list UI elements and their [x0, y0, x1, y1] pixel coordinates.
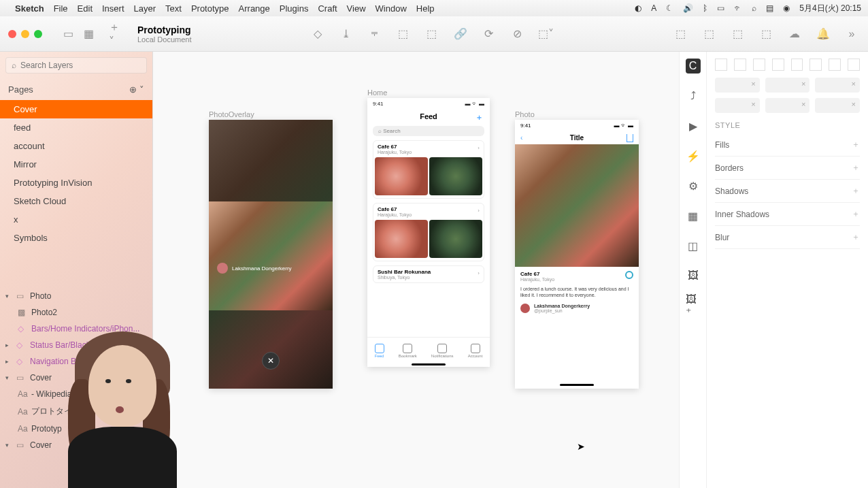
layer-row[interactable]: AaPrototyp [0, 421, 152, 437]
scale-icon[interactable]: ⬚˅ [538, 26, 554, 42]
wifi-icon[interactable]: ᯤ [734, 3, 742, 13]
menu-prototype[interactable]: Prototype [191, 3, 229, 14]
window-maximize-button[interactable] [34, 30, 42, 38]
page-item-cover[interactable]: Cover [0, 100, 152, 118]
artboard-label[interactable]: Photo [515, 110, 535, 118]
grid-icon[interactable]: ▦ [686, 208, 701, 223]
layer-row[interactable]: ▾▭Cover [0, 437, 152, 453]
menu-edit[interactable]: Edit [78, 3, 93, 14]
bolt-icon[interactable]: ⚡ [686, 148, 701, 163]
artboard-photo[interactable]: 9:41▬ ᯤ ▬ ‹Title Cafe 67Harajuku, Tokyo … [515, 120, 639, 389]
document-title-area[interactable]: Prototyping Local Document [137, 25, 192, 44]
layer-row[interactable]: ▸◇Status Bar/Black/100% [0, 337, 152, 353]
window-close-button[interactable] [8, 30, 16, 38]
layer-row[interactable]: Aa- Wikipedia [0, 386, 152, 402]
menu-file[interactable]: File [54, 3, 68, 14]
page-item-mirror[interactable]: Mirror [0, 155, 152, 174]
dim-field[interactable] [715, 78, 760, 93]
artboard-label[interactable]: Home [367, 88, 387, 97]
add-border-icon[interactable]: ＋ [852, 162, 860, 174]
volume-icon[interactable]: 🔊 [683, 3, 693, 13]
artboard-photooverlay[interactable]: Lakshmana Dongerkerry ✕ [209, 120, 333, 389]
menu-window[interactable]: Window [375, 3, 407, 14]
difference-icon[interactable]: ⬚ [758, 26, 774, 42]
keyboard-icon[interactable]: A [651, 3, 656, 13]
page-item-account[interactable]: account [0, 137, 152, 155]
page-item-cloud[interactable]: Sketch Cloud [0, 192, 152, 210]
add-fill-icon[interactable]: ＋ [852, 139, 860, 150]
union-icon[interactable]: ⬚ [672, 26, 688, 42]
layer-row[interactable]: ▩Photo2 [0, 304, 152, 321]
insert-button[interactable]: ＋ ˅ [109, 26, 125, 42]
mask-icon[interactable]: ⊘ [510, 26, 526, 42]
siri-icon[interactable]: ◉ [783, 3, 790, 13]
app-name[interactable]: Sketch [15, 3, 44, 14]
layer-row[interactable]: ▾▭Photo [0, 288, 152, 304]
dnd-icon[interactable]: ☾ [666, 3, 673, 13]
play-icon[interactable]: ▶ [686, 118, 701, 133]
menu-help[interactable]: Help [416, 3, 435, 14]
fills-row[interactable]: Fills＋ [715, 133, 860, 157]
dim-field[interactable] [815, 98, 860, 113]
layer-row[interactable]: ▸◇Navigation Bar/St... [0, 353, 152, 370]
align-controls[interactable] [715, 59, 860, 71]
menu-arrange[interactable]: Arrange [239, 3, 270, 14]
components-view-icon[interactable]: ▦ [80, 26, 97, 42]
search-icon[interactable]: ⌕ [752, 3, 756, 13]
transform-icon[interactable]: ⫧ [367, 26, 383, 42]
dim-field[interactable] [765, 78, 810, 93]
page-item-invision[interactable]: Prototyping InVision [0, 174, 152, 192]
window-minimize-button[interactable] [21, 30, 29, 38]
blur-row[interactable]: Blur＋ [715, 226, 860, 249]
menu-craft[interactable]: Craft [318, 3, 337, 14]
flatten-icon[interactable]: ⬚ [424, 26, 440, 42]
dim-field[interactable] [815, 78, 860, 93]
dim-field[interactable] [715, 98, 760, 113]
add-blur-icon[interactable]: ＋ [852, 231, 860, 243]
add-page-button[interactable]: ⊕ ˅ [129, 84, 144, 95]
bluetooth-icon[interactable]: ᛒ [703, 3, 707, 13]
close-button[interactable]: ✕ [262, 352, 280, 370]
battery-icon[interactable]: ▭ [717, 3, 724, 13]
link-icon[interactable]: 🔗 [452, 26, 469, 42]
overlay-icon[interactable]: ◫ [686, 238, 701, 253]
canvas-view-icon[interactable]: ▭ [60, 26, 76, 42]
clock[interactable]: 5月4日(火) 20:15 [799, 3, 861, 14]
search-layers-input[interactable]: ⌕ Search Layers [5, 57, 147, 74]
artboard-label[interactable]: PhotoOverlay [209, 110, 254, 118]
canvas[interactable]: PhotoOverlay Lakshmana Dongerkerry ✕ Hom… [153, 52, 679, 488]
inner-shadows-row[interactable]: Inner Shadows＋ [715, 203, 860, 226]
notifications-icon[interactable]: 🔔 [815, 26, 831, 42]
image-icon[interactable]: 🖼 [686, 268, 701, 283]
export-icon[interactable]: ⤴ [686, 88, 701, 103]
menu-layer[interactable]: Layer [134, 3, 156, 14]
menu-insert[interactable]: Insert [102, 3, 124, 14]
layer-row[interactable]: Aaプロトタイピ [0, 402, 152, 421]
refresh-icon[interactable]: ⟳ [481, 26, 497, 42]
menu-plugins[interactable]: Plugins [280, 3, 309, 14]
gear-icon[interactable]: ⚙ [686, 178, 701, 193]
dim-field[interactable] [765, 98, 810, 113]
status-icon[interactable]: ◐ [635, 3, 641, 13]
page-item-symbols[interactable]: Symbols [0, 229, 152, 247]
page-item-x[interactable]: x [0, 210, 152, 229]
craft-icon[interactable]: C [686, 59, 701, 74]
layer-row[interactable]: ▾▭Cover [0, 370, 152, 386]
control-center-icon[interactable]: ▤ [766, 3, 773, 13]
image-add-icon[interactable]: 🖼⁺ [686, 298, 701, 313]
borders-row[interactable]: Borders＋ [715, 157, 860, 180]
menu-view[interactable]: View [347, 3, 366, 14]
add-shadow-icon[interactable]: ＋ [852, 185, 860, 197]
layer-row[interactable]: ◇Bars/Home Indicators/iPhon... [0, 321, 152, 337]
cloud-icon[interactable]: ☁ [786, 26, 803, 42]
rotate-icon[interactable]: ⬚ [395, 26, 412, 42]
intersect-icon[interactable]: ⬚ [729, 26, 746, 42]
subtract-icon[interactable]: ⬚ [701, 26, 717, 42]
edit-icon[interactable]: ⤓ [338, 26, 354, 42]
page-item-feed[interactable]: feed [0, 118, 152, 137]
artboard-home[interactable]: 9:41▬ ᯤ ▬ Feed＋ ⌕ Search Cafe 67Harajuku… [367, 98, 490, 367]
menu-text[interactable]: Text [165, 3, 182, 14]
symbol-icon[interactable]: ◇ [310, 26, 326, 42]
shadows-row[interactable]: Shadows＋ [715, 180, 860, 203]
expand-icon[interactable]: » [844, 26, 860, 42]
